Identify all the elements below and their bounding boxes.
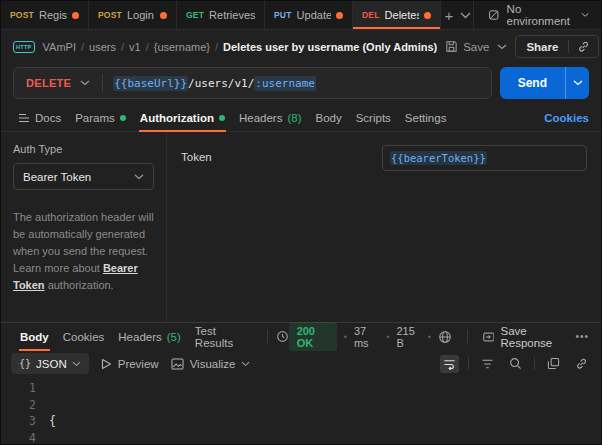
preview-button[interactable]: Preview <box>101 358 159 370</box>
save-response-button[interactable]: Save Response <box>483 325 569 349</box>
auth-type-column: Auth Type Bearer Token The authorization… <box>1 132 167 322</box>
filter-icon[interactable] <box>478 355 497 373</box>
auth-type-label: Auth Type <box>13 143 154 155</box>
tab-headers[interactable]: Headers(8) <box>232 105 309 131</box>
auth-type-dropdown[interactable]: Bearer Token <box>13 163 154 190</box>
more-options-button[interactable]: ••• <box>575 331 589 342</box>
visualize-button[interactable]: Visualize <box>171 358 251 370</box>
tab-login[interactable]: POST Login to VAm <box>89 1 177 29</box>
method-badge: GET <box>186 10 204 20</box>
send-button[interactable]: Send <box>500 67 565 99</box>
authorization-panel: Auth Type Bearer Token The authorization… <box>1 132 601 322</box>
url-input[interactable]: {{baseUrl}}/users/v1/:username <box>103 77 326 90</box>
tab-retrieves-all[interactable]: GET Retrieves all c <box>177 1 265 29</box>
http-request-icon: HTTP <box>13 41 35 53</box>
tab-settings[interactable]: Settings <box>398 105 454 131</box>
chevron-down-icon <box>460 12 471 19</box>
json-response-body: { "message": "User deleted.", "status": … <box>49 380 601 444</box>
status-badge[interactable]: 200 OK <box>289 322 337 351</box>
has-values-dot-icon <box>219 115 225 121</box>
unsaved-dot-icon <box>72 12 79 19</box>
unsaved-dot-icon <box>424 12 431 19</box>
headers-count: (8) <box>287 112 301 124</box>
tab-title: Login to VAm <box>127 9 155 21</box>
breadcrumb-item[interactable]: users <box>89 41 116 53</box>
has-values-dot-icon <box>120 115 126 121</box>
tab-authorization[interactable]: Authorization <box>133 105 232 131</box>
image-icon <box>171 358 184 370</box>
request-tab-bar: POST Register nev POST Login to VAm GET … <box>1 1 601 30</box>
method-badge: PUT <box>274 10 292 20</box>
copy-button[interactable] <box>544 354 563 373</box>
link-icon <box>577 40 590 53</box>
wrap-text-button[interactable] <box>440 355 459 373</box>
method-dropdown[interactable]: DELETE <box>14 77 102 89</box>
copy-link-button[interactable] <box>569 40 598 53</box>
tab-docs[interactable]: Docs <box>11 105 68 131</box>
play-icon <box>101 358 112 370</box>
tab-options-chevron[interactable] <box>457 1 473 29</box>
response-headers-count: (5) <box>167 331 181 343</box>
tab-register-new[interactable]: POST Register nev <box>1 1 89 29</box>
response-body-viewer[interactable]: 1 2 3 4 { "message": "User deleted.", "s… <box>1 377 601 444</box>
response-time[interactable]: 37 ms <box>354 325 379 349</box>
save-options-chevron[interactable] <box>497 44 507 50</box>
share-button[interactable]: Share <box>516 41 568 53</box>
wrap-text-icon <box>443 358 456 370</box>
request-section-tabs: Docs Params Authorization Headers(8) Bod… <box>1 105 601 132</box>
url-box: DELETE {{baseUrl}}/users/v1/:username <box>13 67 492 99</box>
unsaved-dot-icon <box>160 12 167 19</box>
response-history-button[interactable] <box>276 330 289 343</box>
network-info-button[interactable] <box>438 330 452 344</box>
save-button[interactable]: Save <box>445 40 489 53</box>
breadcrumb-item[interactable]: v1 <box>129 41 141 53</box>
response-tab-cookies[interactable]: Cookies <box>56 323 112 350</box>
chevron-down-icon <box>80 80 90 86</box>
response-size[interactable]: 215 B <box>396 325 420 349</box>
link-icon <box>575 357 588 370</box>
new-tab-button[interactable]: + <box>441 1 457 29</box>
breadcrumb-item[interactable]: VAmPI <box>43 41 76 53</box>
tab-deletes-user[interactable]: DEL Deletes user <box>353 1 441 29</box>
tab-params[interactable]: Params <box>68 105 133 131</box>
method-badge: POST <box>10 10 34 20</box>
response-toolbar: {} JSON Preview Visualize <box>1 350 601 377</box>
response-tab-test-results[interactable]: Test Results <box>188 323 259 350</box>
braces-icon: {} <box>19 358 31 369</box>
request-name[interactable]: Deletes user by username (Only Admins) <box>223 41 437 53</box>
method-badge: POST <box>98 10 122 20</box>
chevron-down-icon <box>241 361 250 367</box>
tab-title: Deletes user <box>385 9 419 21</box>
search-icon <box>509 357 522 370</box>
environment-selector[interactable]: No environment <box>473 1 601 29</box>
url-path: /users/v1/ <box>188 77 254 90</box>
tab-title: Update users <box>297 9 331 21</box>
chevron-down-icon <box>134 174 144 180</box>
chevron-down-icon <box>72 361 81 367</box>
method-value: DELETE <box>26 77 71 89</box>
auth-type-value: Bearer Token <box>23 171 91 183</box>
tab-title: Retrieves all c <box>209 9 255 21</box>
tab-update-users[interactable]: PUT Update users <box>265 1 353 29</box>
response-tab-body[interactable]: Body <box>13 323 56 350</box>
send-options-button[interactable] <box>565 67 589 99</box>
method-badge: DEL <box>362 10 380 20</box>
bearer-token-variable: {{bearerToken}} <box>390 151 487 165</box>
chevron-down-icon <box>581 12 589 18</box>
tab-scripts[interactable]: Scripts <box>349 105 398 131</box>
environment-name: No environment <box>507 3 574 27</box>
breadcrumb-item[interactable]: {username} <box>154 41 210 53</box>
tab-body[interactable]: Body <box>308 105 348 131</box>
search-button[interactable] <box>506 354 525 373</box>
request-header: HTTP VAmPI/ users/ v1/ {username}/ Delet… <box>1 30 601 63</box>
response-format-dropdown[interactable]: {} JSON <box>11 353 89 374</box>
cookies-link[interactable]: Cookies <box>544 112 591 124</box>
response-section: Body Cookies Headers(5) Test Results 200… <box>1 322 601 444</box>
baseurl-variable: {{baseUrl}} <box>113 76 188 91</box>
get-link-button[interactable] <box>572 354 591 373</box>
history-icon <box>276 330 289 343</box>
token-input[interactable]: {{bearerToken}} <box>382 145 587 171</box>
copy-icon <box>547 357 560 370</box>
breadcrumb: VAmPI/ users/ v1/ {username}/ Deletes us… <box>43 41 438 53</box>
response-tab-headers[interactable]: Headers(5) <box>111 323 188 350</box>
